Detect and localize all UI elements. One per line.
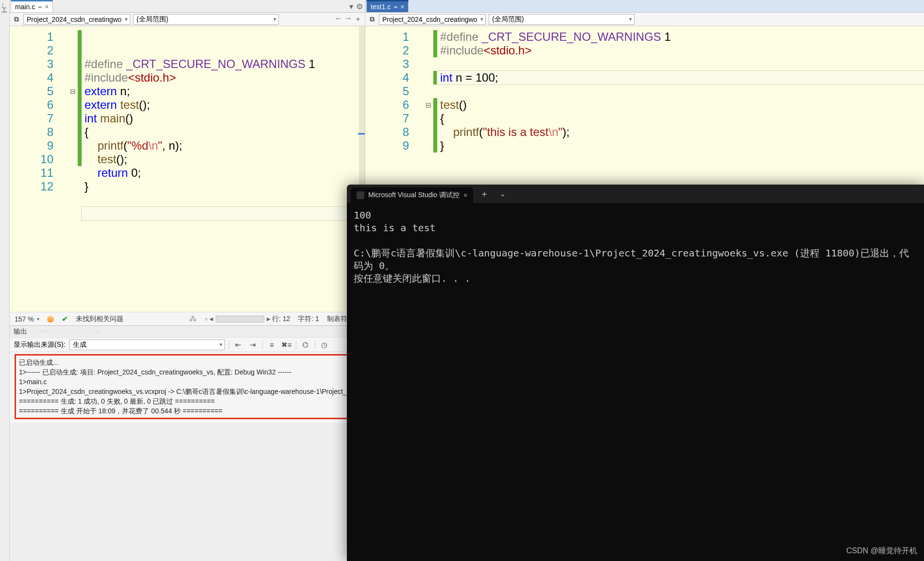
code-line[interactable]: {: [437, 112, 924, 125]
fold-marker: [424, 57, 433, 71]
pin-icon[interactable]: ⇴: [38, 4, 42, 10]
project-dropdown[interactable]: Project_2024_csdn_creatingwo: [379, 14, 486, 25]
new-tab-button[interactable]: ＋: [477, 187, 492, 201]
output-header[interactable]: 输出 ∶∶∶∶∶∶∶∶∶∶∶∶∶∶∶∶∶∶∶∶∶∶∶∶∶∶∶∶∶∶: [10, 326, 365, 338]
grip-icon[interactable]: ∶∶∶∶∶∶∶∶∶∶∶∶∶∶∶∶∶∶∶∶∶∶∶∶∶∶∶∶∶∶: [30, 329, 103, 334]
tab-test1-c[interactable]: test1.c ⇴ ×: [366, 0, 409, 12]
project-dropdown[interactable]: Project_2024_csdn_creatingwo: [23, 14, 130, 25]
fold-marker: [424, 139, 433, 153]
zoom-level[interactable]: 157 %: [15, 315, 39, 323]
left-sidebar-strip[interactable]: 工...: [0, 0, 10, 561]
line-number: 1: [10, 30, 53, 44]
change-marker: [433, 44, 437, 57]
line-number: 8: [10, 125, 53, 139]
terminal-tab[interactable]: Microsoft Visual Studio 调试控 ×: [351, 187, 473, 203]
output-body[interactable]: 已启动生成...1>------ 已启动生成: 项目: Project_2024…: [10, 352, 365, 423]
tab-menu-chevron-icon[interactable]: ⌄: [496, 187, 510, 201]
fold-marker: [68, 71, 78, 85]
pin-icon[interactable]: ⇴: [394, 4, 397, 10]
line-number: 6: [365, 98, 409, 112]
code-line[interactable]: #define _CRT_SECURE_NO_WARNINGS 1: [437, 30, 924, 44]
tab-dropdown-icon[interactable]: ▾: [349, 2, 353, 11]
change-marker: [78, 57, 82, 71]
scope-name: (全局范围): [492, 15, 524, 24]
fold-marker: [424, 71, 433, 85]
line-number: 8: [365, 125, 409, 139]
code-line[interactable]: }: [437, 139, 924, 153]
scope-dropdown[interactable]: (全局范围): [489, 14, 634, 25]
word-wrap-icon[interactable]: ≡: [267, 340, 277, 350]
code-line[interactable]: [82, 207, 365, 221]
code-line[interactable]: [82, 193, 365, 207]
clock-icon[interactable]: ◷: [319, 340, 330, 350]
left-fold-column[interactable]: ⊟: [68, 26, 78, 312]
scope-dropdown[interactable]: (全局范围): [133, 14, 279, 25]
code-line[interactable]: {: [82, 125, 365, 139]
output-toolbar: 显示输出来源(S): 生成 ⇤ ⇥ ≡ ✖≡ ⌬ ◷: [10, 338, 365, 352]
terminal-window[interactable]: Microsoft Visual Studio 调试控 × ＋ ⌄ 100 th…: [347, 185, 924, 561]
line-number: 4: [10, 71, 53, 85]
horizontal-scrollbar[interactable]: [216, 316, 264, 323]
output-src-label: 显示输出来源(S):: [14, 340, 66, 349]
clear-icon[interactable]: ✖≡: [281, 340, 292, 350]
fold-marker[interactable]: ⊟: [68, 85, 78, 98]
fold-marker: [68, 125, 78, 139]
code-line[interactable]: printf("this is a test\n");: [437, 125, 924, 139]
code-line[interactable]: printf("%d\n", n);: [82, 139, 365, 153]
code-line[interactable]: #define _CRT_SECURE_NO_WARNINGS 1: [82, 57, 365, 71]
fold-marker: [68, 98, 78, 112]
left-editor[interactable]: 123456789101112 ⊟ #define _CRT_SECURE_NO…: [10, 26, 365, 312]
close-icon[interactable]: ×: [45, 3, 49, 11]
code-line[interactable]: test(): [437, 98, 924, 112]
output-line: 1>------ 已启动生成: 项目: Project_2024_csdn_cr…: [19, 367, 356, 377]
code-line[interactable]: int main(): [82, 112, 365, 125]
ok-check-icon: ✔: [62, 314, 68, 323]
terminal-titlebar[interactable]: Microsoft Visual Studio 调试控 × ＋ ⌄: [347, 185, 924, 203]
scope-name: (全局范围): [137, 15, 168, 24]
change-marker: [78, 30, 82, 44]
indent-left-icon[interactable]: ⇤: [233, 340, 244, 350]
output-title: 输出: [14, 327, 27, 336]
fold-marker: [424, 30, 433, 44]
output-src-value: 生成: [73, 340, 86, 349]
fold-marker: [68, 153, 78, 166]
terminal-body[interactable]: 100 this is a test C:\鹏哥c语言暑假集训\c-langua…: [347, 203, 924, 561]
line-indicator: 行: 12: [272, 315, 290, 323]
wand-icon[interactable]: ⁂: [189, 314, 197, 323]
code-line[interactable]: return 0;: [82, 166, 365, 180]
left-status-strip: 157 % ✔ 未找到相关问题 ⁂ ▾ 行: 12 字符: 1 制表符 C: [10, 312, 365, 325]
tab-indicator: 制表符: [327, 315, 347, 323]
code-line[interactable]: test();: [82, 153, 365, 166]
sidebar-vertical-label: 工...: [0, 0, 8, 8]
lightbulb-icon[interactable]: [47, 316, 54, 323]
nav-fwd-icon[interactable]: →: [344, 14, 352, 24]
code-line[interactable]: [437, 57, 924, 71]
fold-marker[interactable]: ⊟: [424, 98, 433, 112]
code-line[interactable]: }: [82, 180, 365, 193]
change-marker: [78, 85, 82, 98]
output-line: 1>Project_2024_csdn_creatingwoeks_vs.vcx…: [19, 387, 356, 396]
output-src-dropdown[interactable]: 生成: [69, 340, 225, 350]
code-line[interactable]: extern n;: [82, 85, 365, 98]
code-line[interactable]: extern test();: [82, 98, 365, 112]
left-code-area[interactable]: #define _CRT_SECURE_NO_WARNINGS 1#includ…: [82, 26, 365, 312]
code-line[interactable]: int n = 100;: [437, 71, 924, 85]
fold-marker: [68, 44, 78, 57]
gear-icon[interactable]: ⚙: [356, 2, 363, 11]
code-line[interactable]: #include<stdio.h>: [437, 44, 924, 57]
fold-marker: [424, 44, 433, 57]
change-marker: [78, 139, 82, 153]
code-line[interactable]: #include<stdio.h>: [82, 71, 365, 85]
indent-right-icon[interactable]: ⇥: [248, 340, 258, 350]
col-indicator: 字符: 1: [298, 315, 319, 323]
nav-add-icon[interactable]: ＋: [354, 14, 362, 24]
code-line[interactable]: [437, 85, 924, 98]
nav-back-icon[interactable]: ←: [335, 14, 342, 24]
close-icon[interactable]: ×: [463, 191, 467, 199]
tab-main-c[interactable]: main.c ⇴ ×: [11, 0, 53, 12]
tree-icon[interactable]: ⌬: [300, 340, 311, 350]
terminal-app-icon: [357, 191, 364, 199]
change-marker: [433, 30, 437, 44]
close-icon[interactable]: ×: [400, 3, 404, 11]
change-marker: [78, 112, 82, 125]
